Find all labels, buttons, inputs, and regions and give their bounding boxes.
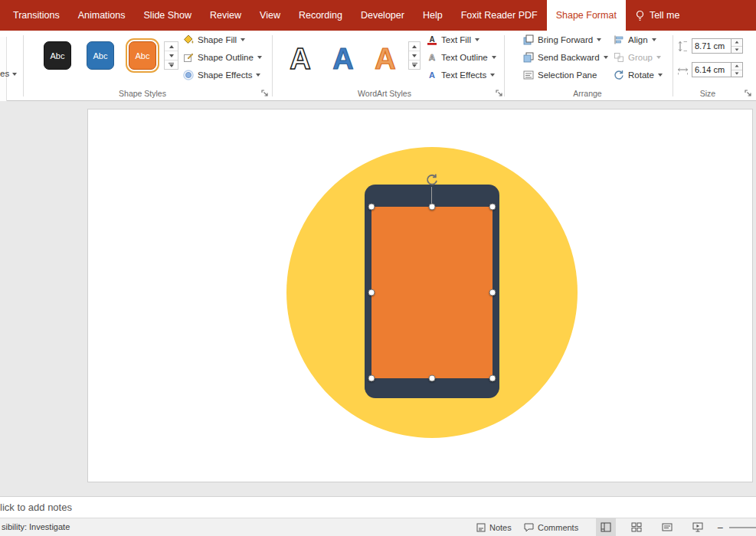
text-outline-button[interactable]: A Text Outline — [426, 50, 496, 64]
zoom-out-button[interactable]: − — [714, 518, 726, 536]
shape-styles-dialog-launcher[interactable] — [260, 89, 270, 98]
status-bar: sibility: Investigate Notes Comments — [0, 518, 756, 536]
powerpoint-window: Transitions Animations Slide Show Review… — [0, 0, 756, 536]
selection-handle-bottom-center[interactable] — [429, 375, 436, 382]
rotate-button[interactable]: Rotate — [613, 67, 663, 82]
align-button[interactable]: Align — [613, 32, 656, 47]
thumb-label: Abc — [93, 51, 108, 60]
bring-forward-button[interactable]: Bring Forward — [522, 32, 601, 47]
group-button[interactable]: Group — [613, 50, 661, 64]
tab-developer[interactable]: Developer — [352, 0, 414, 31]
shape-height-spinner — [731, 38, 743, 54]
clipped-left-button[interactable]: es — [0, 69, 17, 78]
shape-fill-button[interactable]: Shape Fill — [182, 32, 245, 47]
spin-up-button[interactable] — [731, 63, 742, 70]
chevron-down-icon — [658, 74, 663, 77]
text-effects-label: Text Effects — [441, 70, 486, 80]
tell-me-button[interactable]: Tell me — [626, 0, 689, 31]
gallery-more-button[interactable] — [165, 60, 178, 69]
zoom-slider-track[interactable] — [729, 527, 756, 528]
group-separator — [23, 35, 24, 96]
tab-recording[interactable]: Recording — [290, 0, 352, 31]
tab-slide-show[interactable]: Slide Show — [135, 0, 201, 31]
triangle-up-icon — [412, 45, 417, 48]
accessibility-status-button[interactable]: sibility: Investigate — [2, 518, 70, 536]
normal-view-icon — [601, 522, 611, 532]
selection-pane-button[interactable]: Selection Pane — [522, 67, 597, 82]
gallery-scroll-up-button[interactable] — [165, 42, 178, 51]
selection-handle-bottom-left[interactable] — [368, 375, 375, 382]
dialog-launcher-icon — [261, 90, 269, 97]
triangle-down-icon — [412, 54, 417, 57]
notes-toggle-button[interactable]: Notes — [476, 518, 512, 536]
chevron-down-icon — [475, 38, 479, 41]
chevron-down-icon — [12, 73, 17, 76]
rotate-handle-connector — [431, 187, 432, 204]
shape-style-thumbnail-blue[interactable]: Abc — [87, 41, 114, 70]
tab-help[interactable]: Help — [414, 0, 452, 31]
wordart-sample-outline[interactable]: A — [284, 38, 316, 80]
tab-view[interactable]: View — [250, 0, 290, 31]
spin-up-button[interactable] — [731, 39, 742, 47]
dialog-launcher-icon — [496, 90, 503, 97]
shape-fill-label: Shape Fill — [198, 35, 237, 44]
wordart-dialog-launcher[interactable] — [495, 89, 504, 98]
gallery-scroll-down-button[interactable] — [165, 51, 178, 60]
tab-animations[interactable]: Animations — [69, 0, 135, 31]
selection-handle-top-right[interactable] — [489, 204, 496, 211]
triangle-down-icon — [169, 54, 174, 57]
shape-effects-button[interactable]: Shape Effects — [182, 67, 260, 82]
thumb-label: Abc — [51, 51, 65, 60]
notes-pane[interactable]: lick to add notes — [0, 496, 756, 518]
reading-view-button[interactable] — [657, 518, 677, 536]
group-label-size: Size — [677, 88, 738, 99]
clipped-left-label: es — [0, 69, 9, 78]
selection-handle-middle-right[interactable] — [489, 289, 496, 296]
size-dialog-launcher[interactable] — [744, 89, 753, 98]
gallery-more-button[interactable] — [409, 60, 420, 69]
wordart-sample-orange[interactable]: A — [369, 38, 401, 80]
shape-outline-button[interactable]: Shape Outline — [182, 50, 262, 64]
send-backward-button[interactable]: Send Backward — [522, 50, 608, 64]
normal-view-button[interactable] — [596, 518, 616, 536]
wordart-sample-blue[interactable]: A — [327, 38, 359, 80]
bring-forward-label: Bring Forward — [538, 35, 593, 44]
chevron-down-icon — [492, 56, 496, 59]
tab-foxit-reader-pdf[interactable]: Foxit Reader PDF — [452, 0, 547, 31]
triangle-down-icon — [412, 64, 417, 67]
text-fill-button[interactable]: A Text Fill — [426, 32, 479, 47]
text-effects-button[interactable]: A Text Effects — [426, 67, 495, 82]
slide[interactable] — [87, 109, 753, 482]
rotate-label: Rotate — [628, 70, 654, 80]
selection-handle-top-center[interactable] — [429, 204, 436, 211]
shape-style-thumbnail-orange-selected[interactable]: Abc — [129, 41, 156, 70]
gallery-scroll-up-button[interactable] — [409, 42, 420, 51]
ribbon-tab-bar: Transitions Animations Slide Show Review… — [0, 0, 756, 31]
selection-handle-middle-left[interactable] — [368, 289, 375, 296]
triangle-down-icon — [735, 48, 739, 51]
slide-sorter-icon — [631, 522, 642, 532]
tell-me-label: Tell me — [650, 10, 680, 21]
selection-handle-top-left[interactable] — [368, 204, 375, 211]
tab-review[interactable]: Review — [201, 0, 250, 31]
gallery-scroll-down-button[interactable] — [409, 51, 420, 60]
selected-orange-rectangle-shape[interactable] — [371, 207, 493, 378]
notes-toggle-label: Notes — [489, 523, 512, 532]
triangle-up-icon — [735, 41, 739, 44]
spin-down-button[interactable] — [731, 47, 742, 54]
shape-height-input[interactable] — [692, 38, 731, 54]
comments-toggle-button[interactable]: Comments — [524, 518, 578, 536]
spin-down-button[interactable] — [731, 70, 742, 77]
selection-handle-bottom-right[interactable] — [489, 375, 496, 382]
slide-show-view-button[interactable] — [688, 518, 708, 536]
triangle-up-icon — [735, 65, 739, 67]
group-label: Group — [628, 53, 653, 62]
text-effects-icon: A — [426, 69, 437, 80]
shape-style-thumbnail-black[interactable]: Abc — [44, 41, 71, 70]
shape-width-control — [677, 62, 743, 77]
shape-width-input[interactable] — [692, 62, 731, 77]
slide-sorter-view-button[interactable] — [627, 518, 646, 536]
rotate-handle[interactable] — [425, 173, 439, 187]
tab-shape-format[interactable]: Shape Format — [547, 0, 626, 31]
tab-transitions[interactable]: Transitions — [4, 0, 69, 31]
